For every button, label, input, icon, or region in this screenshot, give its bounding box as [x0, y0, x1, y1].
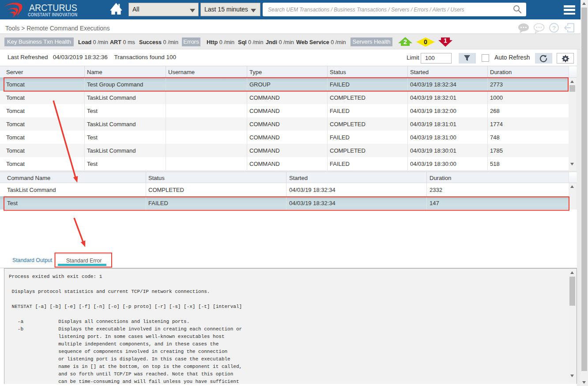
svg-text:?: ?	[552, 25, 556, 31]
svg-text:2: 2	[403, 38, 407, 45]
svg-text:0: 0	[424, 38, 427, 45]
svg-text:1: 1	[444, 37, 447, 44]
